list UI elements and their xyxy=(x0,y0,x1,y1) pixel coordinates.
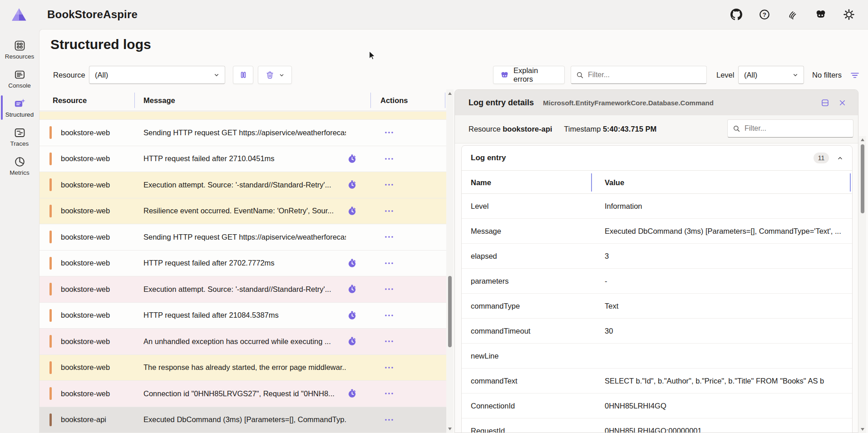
detail-value: Executed DbCommand (3ms) [Parameters=[],… xyxy=(605,219,844,244)
detail-row[interactable]: newLine xyxy=(462,344,852,369)
detail-row[interactable]: elapsed 3 xyxy=(462,244,852,269)
close-panel-button[interactable] xyxy=(833,94,851,111)
column-divider[interactable] xyxy=(134,93,135,108)
page-title: Structured logs xyxy=(50,37,151,52)
row-actions-button[interactable] xyxy=(378,413,400,427)
row-actions-button[interactable] xyxy=(378,361,400,374)
trace-icon[interactable] xyxy=(347,206,357,216)
sidebar-item-label: Structured xyxy=(5,111,34,118)
detail-row[interactable]: Message Executed DbCommand (3ms) [Parame… xyxy=(462,219,852,244)
table-row[interactable]: bookstore-web Sending HTTP request GET h… xyxy=(39,120,446,146)
add-filter-button[interactable] xyxy=(848,69,862,82)
sidebar-item-console[interactable]: Console xyxy=(0,64,39,93)
log-filter-input[interactable] xyxy=(588,71,706,79)
column-divider[interactable] xyxy=(850,173,851,192)
row-actions-button[interactable] xyxy=(378,282,400,296)
row-actions-button[interactable] xyxy=(378,126,400,139)
chevron-up-icon[interactable] xyxy=(836,154,844,162)
row-actions-button[interactable] xyxy=(378,178,400,192)
table-row[interactable]: bookstore-web Execution attempt. Source:… xyxy=(39,276,446,303)
table-row[interactable]: bookstore-web Resilience event occurred.… xyxy=(39,198,446,225)
table-row[interactable]: bookstore-api Executed DbCommand (3ms) [… xyxy=(39,407,446,433)
row-actions-button[interactable] xyxy=(378,256,400,270)
table-row[interactable]: bookstore-web HTTP request failed after … xyxy=(39,303,446,329)
table-row[interactable]: bookstore-web HTTP request failed after … xyxy=(39,146,446,172)
table-scrollbar-thumb[interactable] xyxy=(448,276,452,347)
scroll-up-icon[interactable] xyxy=(861,138,864,142)
trace-icon[interactable] xyxy=(347,336,357,347)
column-header-message: Message xyxy=(143,89,175,111)
feedback-icon[interactable] xyxy=(782,5,804,25)
github-icon[interactable] xyxy=(725,5,747,25)
log-entry-section-title: Log entry xyxy=(471,153,506,162)
resource-color-bar xyxy=(49,126,52,139)
detail-value: SELECT b."Id", b."Author", b."Price", b.… xyxy=(605,369,844,394)
scroll-down-icon[interactable] xyxy=(448,427,452,431)
chevron-down-icon xyxy=(213,71,220,79)
detail-row[interactable]: ConnectionId 0HNH85LRHI4GQ xyxy=(462,394,852,418)
table-row[interactable]: bookstore-web HTTP request failed after … xyxy=(39,251,446,277)
resource-color-bar xyxy=(49,283,52,295)
trace-icon[interactable] xyxy=(347,389,357,399)
copilot-icon[interactable] xyxy=(810,5,832,25)
sidebar-item-traces[interactable]: Traces xyxy=(0,123,39,151)
row-actions-button[interactable] xyxy=(378,204,400,218)
no-filters-label: No filters xyxy=(812,71,842,79)
structured-logs-table: Resource Message Actions bookstore-web S… xyxy=(39,89,446,433)
level-filter-label: Level xyxy=(716,71,734,79)
table-scrollbar[interactable] xyxy=(446,89,454,433)
detail-row[interactable]: commandType Text xyxy=(462,294,852,319)
row-actions-button[interactable] xyxy=(378,152,400,166)
detail-row[interactable]: commandText SELECT b."Id", b."Author", b… xyxy=(462,369,852,394)
row-message: An unhandled exception has occurred whil… xyxy=(143,337,346,346)
detail-row[interactable]: RequestId 0HNH85LRHI4GQ:00000001 xyxy=(462,418,852,433)
table-row[interactable]: bookstore-web The response has already s… xyxy=(39,355,446,381)
resource-select[interactable]: (All) xyxy=(89,66,225,84)
row-message: Resilience event occurred. EventName: 'O… xyxy=(143,207,346,215)
aspire-logo-icon[interactable] xyxy=(11,6,27,23)
column-divider[interactable] xyxy=(445,93,445,108)
trace-icon[interactable] xyxy=(347,180,357,190)
table-row[interactable]: bookstore-web Execution attempt. Source:… xyxy=(39,172,446,198)
row-resource: bookstore-web xyxy=(61,128,124,137)
clear-logs-button[interactable] xyxy=(258,66,292,84)
trace-icon[interactable] xyxy=(347,284,357,295)
detail-value: 0HNH85LRHI4GQ:00000001 xyxy=(605,418,844,433)
row-actions-button[interactable] xyxy=(378,230,400,244)
sidebar-item-resources[interactable]: Resources xyxy=(0,35,39,64)
table-row[interactable]: bookstore-web Connection id "0HNH85LRVGS… xyxy=(39,381,446,407)
trace-icon[interactable] xyxy=(347,153,357,164)
column-divider[interactable] xyxy=(591,173,592,192)
trace-icon[interactable] xyxy=(347,310,357,320)
table-row[interactable]: bookstore-web Sending HTTP request GET h… xyxy=(39,224,446,251)
row-actions-button[interactable] xyxy=(378,387,400,400)
detail-row[interactable]: Level Information xyxy=(462,194,852,219)
help-icon[interactable]: ? xyxy=(754,5,775,25)
sidebar-item-metrics[interactable]: Metrics xyxy=(0,152,39,180)
table-row[interactable] xyxy=(39,112,446,120)
explain-errors-button[interactable]: Explain errors xyxy=(493,66,565,84)
resource-select-value: (All) xyxy=(95,71,213,79)
split-panel-button[interactable] xyxy=(816,94,833,111)
detail-row[interactable]: parameters - xyxy=(462,269,852,294)
details-timestamp-label: Timestamp xyxy=(564,125,601,133)
column-divider[interactable] xyxy=(370,93,371,108)
scroll-up-icon[interactable] xyxy=(448,92,452,95)
details-filter-input[interactable] xyxy=(745,124,853,133)
row-actions-button[interactable] xyxy=(378,335,400,348)
row-actions-button[interactable] xyxy=(378,309,400,322)
panel-scrollbar-thumb[interactable] xyxy=(861,144,864,213)
scroll-down-icon[interactable] xyxy=(861,428,864,431)
detail-row[interactable]: commandTimeout 30 xyxy=(462,319,852,344)
sidebar-item-structured[interactable]: Structured xyxy=(0,93,39,122)
panel-scrollbar[interactable] xyxy=(859,136,866,433)
resource-color-bar xyxy=(49,231,52,243)
row-message: Execution attempt. Source: '-standard//S… xyxy=(143,285,346,294)
entry-count-badge: 11 xyxy=(814,153,829,163)
pause-logs-button[interactable] xyxy=(233,66,253,84)
level-select[interactable]: (All) xyxy=(738,66,804,84)
trace-icon[interactable] xyxy=(347,258,357,268)
table-row[interactable]: bookstore-web An unhandled exception has… xyxy=(39,329,446,355)
settings-icon[interactable] xyxy=(838,5,860,25)
log-entry-card-header[interactable]: Log entry 11 xyxy=(462,146,852,170)
